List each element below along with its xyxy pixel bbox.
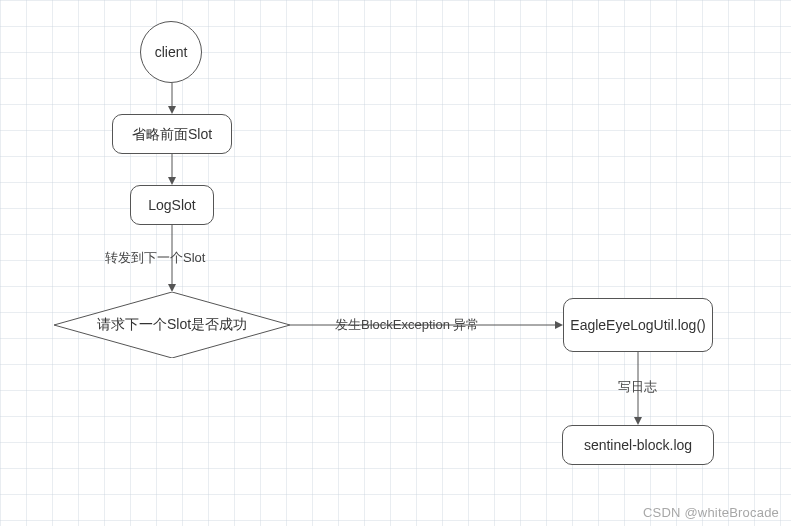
- node-eagle-eye-log-label: EagleEyeLogUtil.log(): [570, 316, 705, 334]
- node-client: client: [140, 21, 202, 83]
- svg-marker-8: [555, 321, 563, 329]
- node-omit-slot: 省略前面Slot: [112, 114, 232, 154]
- watermark: CSDN @whiteBrocade: [643, 505, 779, 520]
- node-log-slot: LogSlot: [130, 185, 214, 225]
- node-log-slot-label: LogSlot: [148, 196, 195, 214]
- arrow: [171, 83, 173, 114]
- node-sentinel-block-log-label: sentinel-block.log: [584, 436, 692, 454]
- node-omit-slot-label: 省略前面Slot: [132, 125, 212, 143]
- svg-marker-3: [168, 177, 176, 185]
- svg-marker-10: [634, 417, 642, 425]
- node-decision-label: 请求下一个Slot是否成功: [54, 292, 290, 358]
- node-decision: 请求下一个Slot是否成功: [54, 292, 290, 358]
- svg-marker-5: [168, 284, 176, 292]
- node-eagle-eye-log: EagleEyeLogUtil.log(): [563, 298, 713, 352]
- edge-label-forward-next: 转发到下一个Slot: [105, 249, 205, 267]
- edge-label-write-log: 写日志: [618, 378, 657, 396]
- node-sentinel-block-log: sentinel-block.log: [562, 425, 714, 465]
- arrow: [171, 154, 173, 185]
- edge-label-block-exception: 发生BlockException 异常: [335, 316, 480, 334]
- node-client-label: client: [155, 43, 188, 61]
- svg-marker-1: [168, 106, 176, 114]
